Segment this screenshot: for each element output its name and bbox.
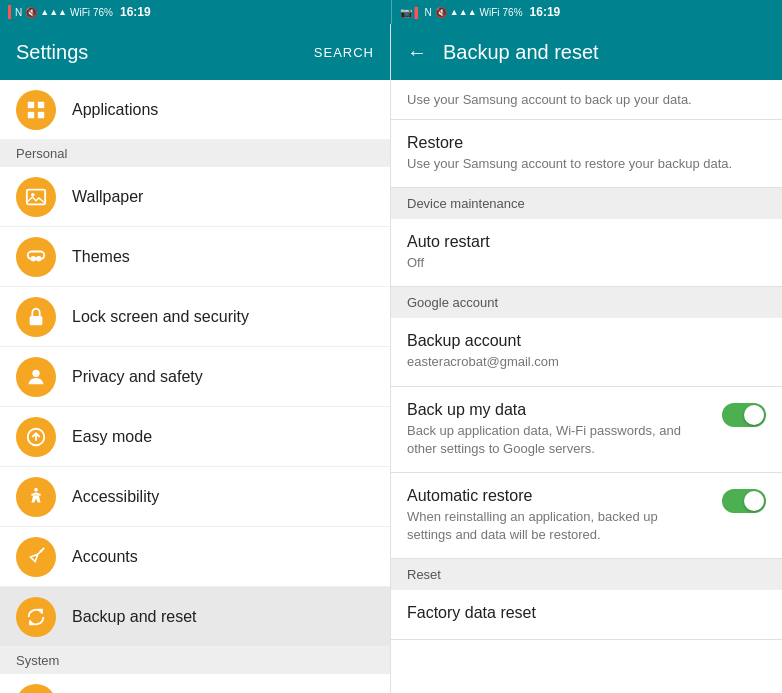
right-panel: ← Backup and reset Use your Samsung acco… xyxy=(391,24,782,693)
sidebar-item-themes[interactable]: Themes xyxy=(0,227,390,287)
reset-header: Reset xyxy=(391,559,782,590)
auto-restart-title: Auto restart xyxy=(407,233,766,251)
svg-rect-2 xyxy=(28,111,34,117)
automatic-restore-subtitle: When reinstalling an application, backed… xyxy=(407,508,706,544)
right-content: Use your Samsung account to back up your… xyxy=(391,80,782,693)
mute-icon-right: 🔇 xyxy=(435,7,447,18)
time-right: 16:19 xyxy=(530,5,561,19)
wifi-icon-left: WiFi xyxy=(70,7,90,18)
left-panel: Settings SEARCH Applications Personal Wa… xyxy=(0,24,391,693)
lock-icon xyxy=(16,297,56,337)
svg-point-7 xyxy=(36,256,42,262)
automatic-restore-title: Automatic restore xyxy=(407,487,706,505)
svg-point-9 xyxy=(32,369,39,376)
restore-subtitle: Use your Samsung account to restore your… xyxy=(407,155,766,173)
restore-title: Restore xyxy=(407,134,766,152)
svg-rect-4 xyxy=(27,189,45,204)
svg-point-13 xyxy=(40,549,43,552)
section-system: System xyxy=(0,647,390,674)
wallpaper-icon xyxy=(16,177,56,217)
status-bar-right: 📷 ▌ N 🔇 ▲▲▲ WiFi 76% 16:19 xyxy=(392,5,783,19)
device-maintenance-header: Device maintenance xyxy=(391,188,782,219)
left-header: Settings SEARCH xyxy=(0,24,390,80)
status-bar-left: N 🔇 ▲▲▲ WiFi 76% 16:19 xyxy=(0,5,391,19)
back-up-data-subtitle: Back up application data, Wi-Fi password… xyxy=(407,422,706,458)
backup-description: Use your Samsung account to back up your… xyxy=(391,80,782,120)
applications-icon xyxy=(16,90,56,130)
sidebar-item-accessibility[interactable]: Accessibility xyxy=(0,467,390,527)
mute-icon-left: 🔇 xyxy=(25,7,37,18)
lock-screen-label: Lock screen and security xyxy=(72,308,249,326)
automatic-restore-toggle[interactable] xyxy=(722,489,766,513)
themes-label: Themes xyxy=(72,248,130,266)
battery-left: 76% xyxy=(93,7,113,18)
sidebar-item-wallpaper[interactable]: Wallpaper xyxy=(0,167,390,227)
factory-reset-item[interactable]: Factory data reset xyxy=(391,590,782,640)
status-icons-right: 📷 ▌ N 🔇 ▲▲▲ WiFi 76% 16:19 xyxy=(400,5,561,19)
search-button[interactable]: SEARCH xyxy=(314,45,374,60)
main-layout: Settings SEARCH Applications Personal Wa… xyxy=(0,24,782,693)
backup-account-email: easteracrobat@gmail.com xyxy=(407,353,766,371)
accessibility-icon xyxy=(16,477,56,517)
back-button[interactable]: ← xyxy=(407,41,427,64)
back-up-data-toggle[interactable] xyxy=(722,403,766,427)
svg-point-5 xyxy=(31,192,35,196)
svg-rect-1 xyxy=(38,101,44,107)
auto-restart-item[interactable]: Auto restart Off xyxy=(391,219,782,287)
accounts-label: Accounts xyxy=(72,548,138,566)
svg-point-6 xyxy=(31,256,37,262)
section-personal: Personal xyxy=(0,140,390,167)
back-up-data-text: Back up my data Back up application data… xyxy=(407,401,706,458)
sidebar-item-backup[interactable]: Backup and reset xyxy=(0,587,390,647)
sidebar-item-accounts[interactable]: Accounts xyxy=(0,527,390,587)
backup-account-title: Backup account xyxy=(407,332,766,350)
automatic-restore-text: Automatic restore When reinstalling an a… xyxy=(407,487,706,544)
language-icon xyxy=(16,684,56,694)
back-up-data-item[interactable]: Back up my data Back up application data… xyxy=(391,387,782,473)
svg-rect-0 xyxy=(28,101,34,107)
signal-icon-right: ▲▲▲ xyxy=(450,7,477,17)
sidebar-item-language[interactable]: Language and input xyxy=(0,674,390,693)
battery-right: 76% xyxy=(503,7,523,18)
svg-point-12 xyxy=(34,487,38,491)
auto-restart-subtitle: Off xyxy=(407,254,766,272)
factory-reset-title: Factory data reset xyxy=(407,604,766,622)
back-up-data-title: Back up my data xyxy=(407,401,706,419)
wifi-icon-right: WiFi xyxy=(480,7,500,18)
backup-account-item[interactable]: Backup account easteracrobat@gmail.com xyxy=(391,318,782,386)
right-panel-title: Backup and reset xyxy=(443,41,599,64)
restore-item[interactable]: Restore Use your Samsung account to rest… xyxy=(391,120,782,188)
easy-mode-icon xyxy=(16,417,56,457)
privacy-label: Privacy and safety xyxy=(72,368,203,386)
applications-label: Applications xyxy=(72,101,158,119)
sidebar-item-privacy[interactable]: Privacy and safety xyxy=(0,347,390,407)
themes-icon xyxy=(16,237,56,277)
photo-icon-right: 📷 xyxy=(400,7,412,18)
network-icon-right: N xyxy=(425,7,432,18)
status-bar: N 🔇 ▲▲▲ WiFi 76% 16:19 📷 ▌ N 🔇 ▲▲▲ WiFi … xyxy=(0,0,782,24)
status-indicator xyxy=(8,5,11,19)
easy-mode-label: Easy mode xyxy=(72,428,152,446)
accounts-icon xyxy=(16,537,56,577)
svg-rect-8 xyxy=(30,316,43,325)
wallpaper-label: Wallpaper xyxy=(72,188,143,206)
sidebar-item-lock-screen[interactable]: Lock screen and security xyxy=(0,287,390,347)
network-icon-left: N xyxy=(15,7,22,18)
time-left: 16:19 xyxy=(120,5,151,19)
sidebar-item-easy-mode[interactable]: Easy mode xyxy=(0,407,390,467)
privacy-icon xyxy=(16,357,56,397)
automatic-restore-item[interactable]: Automatic restore When reinstalling an a… xyxy=(391,473,782,559)
svg-rect-3 xyxy=(38,111,44,117)
status-icons-left: N 🔇 ▲▲▲ WiFi 76% 16:19 xyxy=(15,5,151,19)
backup-icon xyxy=(16,597,56,637)
accessibility-label: Accessibility xyxy=(72,488,159,506)
signal-icon-left: ▲▲▲ xyxy=(40,7,67,17)
indicator-right: ▌ xyxy=(415,7,422,18)
backup-label: Backup and reset xyxy=(72,608,197,626)
settings-title: Settings xyxy=(16,41,88,64)
sidebar-item-applications[interactable]: Applications xyxy=(0,80,390,140)
google-account-header: Google account xyxy=(391,287,782,318)
right-header: ← Backup and reset xyxy=(391,24,782,80)
